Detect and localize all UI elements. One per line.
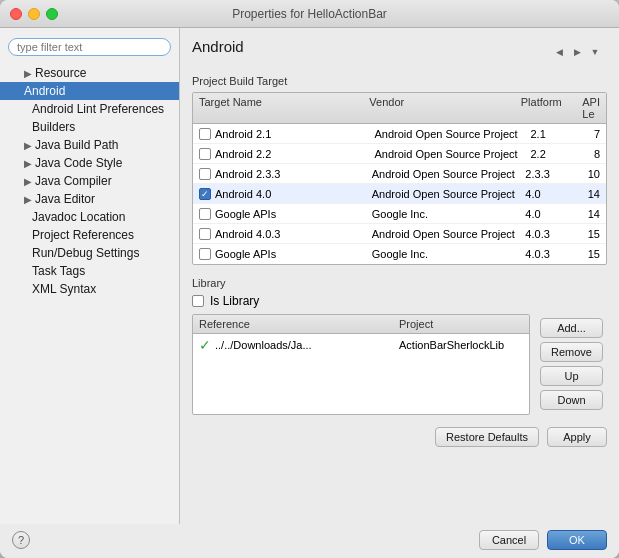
lib-reference-path: ../../Downloads/Ja... xyxy=(215,339,312,351)
table-row[interactable]: Android 2.2Android Open Source Project2.… xyxy=(193,144,606,164)
cell-vendor: Google Inc. xyxy=(372,208,526,220)
cell-api: 14 xyxy=(588,208,600,220)
build-target-label: Project Build Target xyxy=(192,75,607,87)
library-header: Is Library xyxy=(192,294,607,308)
sidebar-items-container: ▶ResourceAndroidAndroid Lint Preferences… xyxy=(0,64,179,298)
cell-target: Android 2.2 xyxy=(199,148,375,160)
lib-col-project: Project xyxy=(399,318,523,330)
lib-row[interactable]: ✓../../Downloads/Ja...ActionBarSherlockL… xyxy=(193,334,529,356)
cell-target: Android 4.0.3 xyxy=(199,228,372,240)
sidebar-item-xml-syntax[interactable]: XML Syntax xyxy=(0,280,179,298)
nav-dropdown-icon[interactable]: ▼ xyxy=(587,44,603,60)
remove-button[interactable]: Remove xyxy=(540,342,603,362)
minimize-button[interactable] xyxy=(28,8,40,20)
sidebar-arrow-icon: ▶ xyxy=(24,140,32,151)
sidebar-item-project-references[interactable]: Project References xyxy=(0,226,179,244)
down-button[interactable]: Down xyxy=(540,390,603,410)
col-target: Target Name xyxy=(199,96,369,120)
row-checkbox[interactable] xyxy=(199,188,211,200)
table-row[interactable]: Google APIsGoogle Inc.4.0.315 xyxy=(193,244,606,264)
sidebar-item-java-build-path[interactable]: ▶Java Build Path xyxy=(0,136,179,154)
table-row[interactable]: Google APIsGoogle Inc.4.014 xyxy=(193,204,606,224)
ok-button[interactable]: OK xyxy=(547,530,607,550)
sidebar-arrow-icon: ▶ xyxy=(24,158,32,169)
sidebar-item-label: Java Editor xyxy=(35,192,95,206)
sidebar-item-javadoc-location[interactable]: Javadoc Location xyxy=(0,208,179,226)
library-table: Reference Project ✓../../Downloads/Ja...… xyxy=(192,314,530,415)
up-button[interactable]: Up xyxy=(540,366,603,386)
is-library-checkbox[interactable] xyxy=(192,295,204,307)
cell-vendor: Android Open Source Project xyxy=(375,148,531,160)
sidebar-item-java-code-style[interactable]: ▶Java Code Style xyxy=(0,154,179,172)
target-name: Android 2.2 xyxy=(215,148,271,160)
target-name: Android 2.3.3 xyxy=(215,168,280,180)
row-checkbox[interactable] xyxy=(199,128,211,140)
cell-target: Android 2.1 xyxy=(199,128,375,140)
cell-platform: 2.2 xyxy=(531,148,594,160)
sidebar-item-java-compiler[interactable]: ▶Java Compiler xyxy=(0,172,179,190)
cell-platform: 4.0.3 xyxy=(525,228,587,240)
lib-action-buttons: Add... Remove Up Down xyxy=(536,314,607,415)
sidebar-item-run-debug[interactable]: Run/Debug Settings xyxy=(0,244,179,262)
cell-api: 8 xyxy=(594,148,600,160)
maximize-button[interactable] xyxy=(46,8,58,20)
sidebar: ▶ResourceAndroidAndroid Lint Preferences… xyxy=(0,28,180,524)
main-panel: Android ◀ ▶ ▼ Project Build Target Targe… xyxy=(180,28,619,524)
cell-vendor: Android Open Source Project xyxy=(372,168,526,180)
sidebar-arrow-icon: ▶ xyxy=(24,68,32,79)
lib-check-icon: ✓ xyxy=(199,337,211,353)
row-checkbox[interactable] xyxy=(199,248,211,260)
row-checkbox[interactable] xyxy=(199,208,211,220)
nav-forward-icon[interactable]: ▶ xyxy=(569,44,585,60)
table-row[interactable]: Android 2.1Android Open Source Project2.… xyxy=(193,124,606,144)
library-section-label: Library xyxy=(192,277,607,289)
sidebar-item-label: Java Compiler xyxy=(35,174,112,188)
sidebar-item-label: Task Tags xyxy=(32,264,85,278)
cell-target: Google APIs xyxy=(199,208,372,220)
cell-vendor: Google Inc. xyxy=(372,248,526,260)
add-button[interactable]: Add... xyxy=(540,318,603,338)
row-checkbox[interactable] xyxy=(199,228,211,240)
restore-defaults-button[interactable]: Restore Defaults xyxy=(435,427,539,447)
table-row[interactable]: Android 4.0.3Android Open Source Project… xyxy=(193,224,606,244)
search-input[interactable] xyxy=(8,38,171,56)
library-section: Library Is Library Reference Project ✓..… xyxy=(192,277,607,415)
is-library-label: Is Library xyxy=(210,294,259,308)
sidebar-item-android[interactable]: Android xyxy=(0,82,179,100)
sidebar-item-task-tags[interactable]: Task Tags xyxy=(0,262,179,280)
traffic-lights xyxy=(10,8,58,20)
panel-title: Android xyxy=(192,38,244,55)
window-title: Properties for HelloActionBar xyxy=(232,7,387,21)
content-area: ▶ResourceAndroidAndroid Lint Preferences… xyxy=(0,28,619,524)
build-table-body: Android 2.1Android Open Source Project2.… xyxy=(193,124,606,264)
sidebar-item-label: Run/Debug Settings xyxy=(32,246,139,260)
help-button[interactable]: ? xyxy=(12,531,30,549)
cell-target: Google APIs xyxy=(199,248,372,260)
sidebar-item-label: Javadoc Location xyxy=(32,210,125,224)
sidebar-arrow-icon: ▶ xyxy=(24,194,32,205)
sidebar-item-label: Java Code Style xyxy=(35,156,122,170)
row-checkbox[interactable] xyxy=(199,148,211,160)
cancel-button[interactable]: Cancel xyxy=(479,530,539,550)
cell-vendor: Android Open Source Project xyxy=(372,228,526,240)
target-name: Android 2.1 xyxy=(215,128,271,140)
cell-platform: 2.3.3 xyxy=(525,168,587,180)
target-name: Google APIs xyxy=(215,208,276,220)
table-row[interactable]: Android 4.0Android Open Source Project4.… xyxy=(193,184,606,204)
table-row[interactable]: Android 2.3.3Android Open Source Project… xyxy=(193,164,606,184)
row-checkbox[interactable] xyxy=(199,168,211,180)
sidebar-item-java-editor[interactable]: ▶Java Editor xyxy=(0,190,179,208)
cell-vendor: Android Open Source Project xyxy=(372,188,526,200)
lib-table-header: Reference Project xyxy=(193,315,529,334)
nav-arrows: ◀ ▶ ▼ xyxy=(551,44,603,60)
sidebar-item-android-lint[interactable]: Android Lint Preferences xyxy=(0,100,179,118)
restore-apply-row: Restore Defaults Apply xyxy=(192,427,607,447)
sidebar-item-builders[interactable]: Builders xyxy=(0,118,179,136)
apply-button[interactable]: Apply xyxy=(547,427,607,447)
nav-back-icon[interactable]: ◀ xyxy=(551,44,567,60)
sidebar-item-label: Builders xyxy=(32,120,75,134)
close-button[interactable] xyxy=(10,8,22,20)
col-vendor: Vendor xyxy=(369,96,520,120)
sidebar-item-label: Project References xyxy=(32,228,134,242)
sidebar-item-resource[interactable]: ▶Resource xyxy=(0,64,179,82)
